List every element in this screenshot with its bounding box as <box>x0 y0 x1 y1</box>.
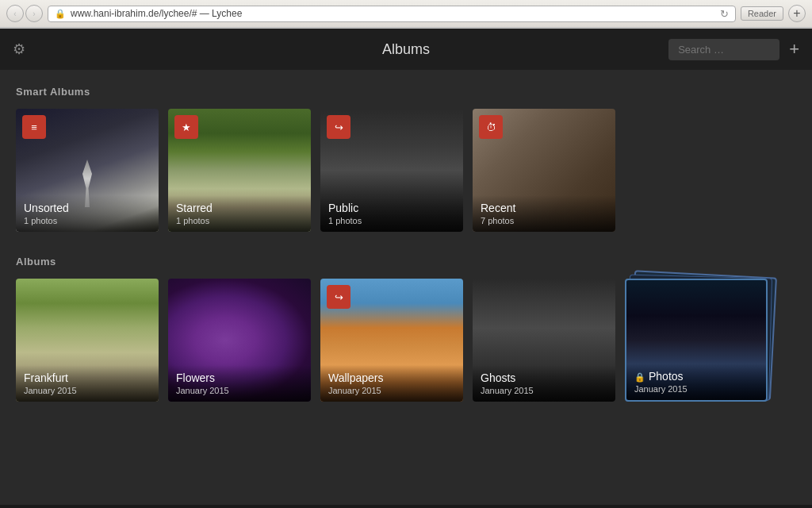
reload-button[interactable]: ↻ <box>720 8 729 20</box>
secure-icon: 🔒 <box>55 9 66 19</box>
starred-badge: ★ <box>174 115 198 139</box>
frankfurt-name: Frankfurt <box>24 371 151 384</box>
album-public[interactable]: ↪ Public 1 photos <box>320 109 463 232</box>
flowers-name: Flowers <box>176 371 303 384</box>
wallpapers-badge: ↪ <box>327 285 350 309</box>
unsorted-badge: ≡ <box>22 115 46 139</box>
public-name: Public <box>328 202 455 214</box>
forward-button[interactable]: › <box>25 5 43 22</box>
ghosts-overlay: Ghosts January 2015 <box>473 365 615 402</box>
album-recent[interactable]: ⏱ Recent 7 photos <box>473 109 615 232</box>
flowers-overlay: Flowers January 2015 <box>168 365 311 402</box>
starred-overlay: Starred 1 photos <box>168 195 311 232</box>
search-input[interactable] <box>668 39 779 60</box>
album-starred[interactable]: ★ Starred 1 photos <box>168 109 311 232</box>
page-title: Albums <box>382 41 430 58</box>
ghosts-date: January 2015 <box>481 386 607 395</box>
album-flowers[interactable]: Flowers January 2015 <box>168 279 311 402</box>
lock-icon: 🔒 <box>634 372 645 383</box>
add-album-button[interactable]: + <box>789 39 799 60</box>
frankfurt-thumb: Frankfurt January 2015 <box>16 279 159 402</box>
url-text: www.hani-ibrahim.de/lychee/# — Lychee <box>71 8 715 19</box>
album-photos[interactable]: ↪ 🔒Photos January 2015 <box>625 279 768 402</box>
flowers-thumb: Flowers January 2015 <box>168 279 311 402</box>
public-count: 1 photos <box>328 216 455 225</box>
wallpapers-date: January 2015 <box>328 386 455 395</box>
albums-grid: Frankfurt January 2015 Flowers January 2… <box>16 279 796 402</box>
unsorted-count: 1 photos <box>24 216 151 225</box>
settings-icon[interactable]: ⚙ <box>13 40 25 58</box>
ghosts-thumb: Ghosts January 2015 <box>473 279 615 402</box>
reader-button[interactable]: Reader <box>741 6 783 21</box>
album-unsorted[interactable]: ≡ Unsorted 1 photos <box>16 109 159 232</box>
photos-thumb: 🔒Photos January 2015 <box>625 279 768 402</box>
unsorted-overlay: Unsorted 1 photos <box>16 195 159 232</box>
wallpapers-overlay: Wallpapers January 2015 <box>320 365 463 402</box>
recent-name: Recent <box>481 202 607 214</box>
public-badge: ↪ <box>327 115 350 139</box>
album-wallpapers[interactable]: ↪ Wallpapers January 2015 <box>320 279 463 402</box>
smart-albums-grid: ≡ Unsorted 1 photos ★ Starred 1 photos <box>16 109 796 232</box>
starred-name: Starred <box>176 202 303 214</box>
photos-name: 🔒Photos <box>634 370 758 383</box>
album-ghosts[interactable]: Ghosts January 2015 <box>473 279 615 402</box>
app: ⚙ Albums + Smart Albums ≡ Unsorted 1 pho… <box>0 29 812 505</box>
ghosts-name: Ghosts <box>481 371 607 384</box>
add-tab-button[interactable]: + <box>788 5 806 22</box>
back-button[interactable]: ‹ <box>6 5 24 22</box>
public-overlay: Public 1 photos <box>320 195 463 232</box>
photos-date: January 2015 <box>634 384 758 394</box>
unsorted-name: Unsorted <box>24 202 151 214</box>
smart-albums-title: Smart Albums <box>16 86 796 98</box>
header-right: + <box>668 39 799 60</box>
app-content: Smart Albums ≡ Unsorted 1 photos ★ Starr… <box>0 70 812 505</box>
frankfurt-overlay: Frankfurt January 2015 <box>16 365 159 402</box>
app-header: ⚙ Albums + <box>0 29 812 70</box>
photos-overlay: 🔒Photos January 2015 <box>626 364 766 400</box>
recent-overlay: Recent 7 photos <box>473 195 615 232</box>
nav-buttons: ‹ › <box>6 5 43 22</box>
browser-chrome: ‹ › 🔒 www.hani-ibrahim.de/lychee/# — Lyc… <box>0 0 812 29</box>
starred-count: 1 photos <box>176 216 303 225</box>
album-frankfurt[interactable]: Frankfurt January 2015 <box>16 279 159 402</box>
frankfurt-date: January 2015 <box>24 386 151 395</box>
flowers-date: January 2015 <box>176 386 303 395</box>
url-bar[interactable]: 🔒 www.hani-ibrahim.de/lychee/# — Lychee … <box>48 6 736 22</box>
browser-toolbar: ‹ › 🔒 www.hani-ibrahim.de/lychee/# — Lyc… <box>0 0 812 28</box>
albums-title: Albums <box>16 256 796 267</box>
recent-badge: ⏱ <box>479 115 503 139</box>
wallpapers-name: Wallpapers <box>328 371 455 384</box>
recent-count: 7 photos <box>481 216 607 225</box>
